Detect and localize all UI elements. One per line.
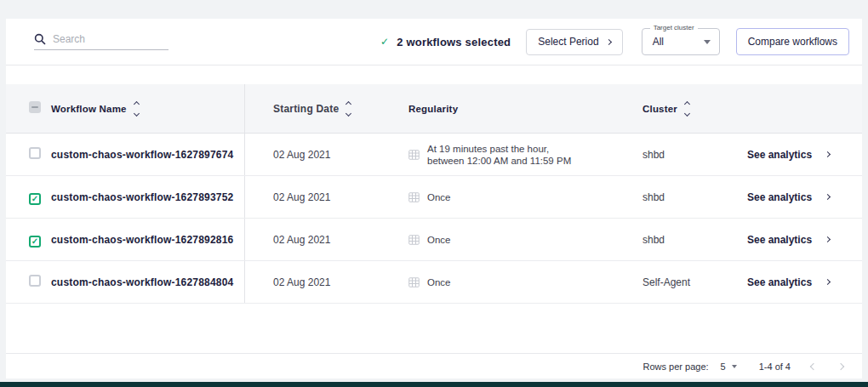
workflow-comparison-card: ✓ 2 workflows selected Select Period Tar…: [6, 19, 862, 378]
target-cluster-label: Target cluster: [650, 24, 698, 31]
selected-summary-label: 2 workflows selected: [397, 36, 511, 48]
see-analytics-link[interactable]: See analytics: [741, 149, 862, 161]
chevron-down-icon: [704, 40, 711, 44]
row-checkbox-cell: [6, 275, 51, 290]
select-period-button[interactable]: Select Period: [526, 29, 622, 55]
see-analytics-link[interactable]: See analytics: [741, 234, 862, 246]
table-row: custom-chaos-workflow-1627892816 02 Aug …: [6, 219, 862, 261]
regularity-cell: At 19 minutes past the hour, between 12:…: [404, 143, 642, 167]
regularity-cell: Once: [404, 191, 642, 203]
row-checkbox-cell: [6, 147, 51, 162]
compare-workflows-button[interactable]: Compare workflows: [736, 28, 849, 55]
column-regularity-label: Regularity: [408, 104, 458, 114]
starting-date: 02 Aug 2021: [244, 176, 404, 218]
row-checkbox-cell: [6, 190, 51, 205]
pagination-nav: [811, 364, 843, 369]
column-cluster-label: Cluster: [642, 104, 677, 114]
regularity-cell: Once: [404, 276, 642, 288]
workflow-name: custom-chaos-workflow-1627897674: [51, 149, 244, 161]
workflow-name: custom-chaos-workflow-1627893752: [51, 191, 244, 203]
selected-summary: ✓ 2 workflows selected: [380, 36, 511, 48]
check-icon: ✓: [380, 36, 389, 48]
target-cluster-select[interactable]: Target cluster All: [642, 28, 720, 55]
select-period-label: Select Period: [538, 36, 598, 48]
calendar-icon: [408, 276, 420, 287]
chevron-right-icon: [825, 236, 831, 242]
chevron-right-icon: [825, 151, 831, 157]
column-regularity: Regularity: [404, 104, 642, 114]
table-row: custom-chaos-workflow-1627897674 02 Aug …: [6, 134, 862, 176]
next-page-button[interactable]: [837, 362, 844, 369]
search-field[interactable]: [34, 33, 168, 50]
see-analytics-link[interactable]: See analytics: [741, 276, 862, 288]
column-workflow-name-label: Workflow Name: [51, 104, 127, 114]
regularity-text: Once: [427, 234, 451, 246]
starting-date: 02 Aug 2021: [244, 134, 404, 175]
chevron-right-icon: [606, 38, 612, 44]
select-all-checkbox[interactable]: [29, 101, 41, 113]
header-checkbox-cell: [6, 101, 51, 117]
see-analytics-label: See analytics: [747, 276, 812, 288]
bottom-strip: [0, 382, 868, 387]
see-analytics-label: See analytics: [747, 149, 812, 161]
chevron-right-icon: [825, 279, 831, 285]
regularity-text: Once: [427, 276, 451, 288]
cluster-value: shbd: [642, 191, 741, 203]
table-row: custom-chaos-workflow-1627884804 02 Aug …: [6, 261, 862, 304]
column-starting-date-label: Starting Date: [273, 103, 339, 115]
rows-per-page-label: Rows per page:: [643, 361, 709, 372]
workflow-name: custom-chaos-workflow-1627892816: [51, 234, 244, 246]
calendar-icon: [408, 149, 420, 160]
cluster-value: shbd: [642, 234, 741, 246]
sort-icon[interactable]: [134, 102, 139, 116]
regularity-text: At 19 minutes past the hour, between 12:…: [427, 143, 571, 167]
row-checkbox[interactable]: [29, 147, 41, 159]
starting-date: 02 Aug 2021: [244, 219, 404, 260]
table-row: custom-chaos-workflow-1627893752 02 Aug …: [6, 176, 862, 219]
calendar-icon: [408, 234, 420, 245]
compare-workflows-label: Compare workflows: [748, 36, 837, 48]
sort-icon[interactable]: [346, 102, 351, 116]
sort-icon[interactable]: [685, 102, 689, 116]
row-checkbox[interactable]: [29, 236, 41, 248]
target-cluster-value: All: [653, 36, 664, 48]
starting-date: 02 Aug 2021: [244, 261, 404, 303]
regularity-cell: Once: [404, 234, 642, 246]
see-analytics-label: See analytics: [747, 234, 812, 246]
column-cluster[interactable]: Cluster: [642, 102, 741, 116]
see-analytics-link[interactable]: See analytics: [741, 191, 862, 203]
chevron-right-icon: [825, 194, 831, 200]
regularity-text: Once: [427, 191, 451, 203]
see-analytics-label: See analytics: [747, 191, 812, 203]
chevron-down-icon: [732, 365, 737, 368]
workflow-name: custom-chaos-workflow-1627884804: [51, 276, 244, 288]
row-checkbox[interactable]: [29, 275, 41, 287]
column-workflow-name[interactable]: Workflow Name: [51, 102, 244, 116]
search-icon: [34, 33, 46, 45]
cluster-value: Self-Agent: [642, 276, 741, 288]
row-checkbox-cell: [6, 232, 51, 248]
cluster-value: shbd: [642, 149, 741, 161]
column-starting-date[interactable]: Starting Date: [244, 84, 404, 133]
rows-per-page-value: 5: [721, 361, 726, 372]
table-body: custom-chaos-workflow-1627897674 02 Aug …: [6, 134, 862, 304]
table-header: Workflow Name Starting Date Regularity C…: [6, 84, 862, 134]
previous-page-button[interactable]: [810, 362, 817, 369]
toolbar: ✓ 2 workflows selected Select Period Tar…: [6, 19, 862, 65]
page-range-label: 1-4 of 4: [759, 361, 791, 372]
row-checkbox[interactable]: [29, 193, 41, 205]
rows-per-page-select[interactable]: 5: [721, 361, 737, 372]
search-input[interactable]: [53, 33, 155, 45]
pagination-bar: Rows per page: 5 1-4 of 4: [6, 353, 862, 378]
calendar-icon: [408, 191, 420, 202]
